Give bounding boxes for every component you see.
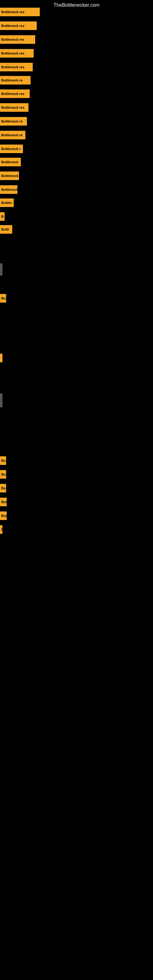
bar-item-24: Bo (0, 484, 6, 492)
bar-label-4: Bottleneck res (0, 49, 33, 57)
bar-label-21 (0, 393, 2, 407)
bar-item-18 (0, 263, 0, 275)
bar-label-25: Bott (0, 498, 7, 506)
bar-label-9: Bottleneck re (0, 117, 27, 126)
bar-item-26: Bott (0, 511, 7, 520)
bar-label-11: Bottleneck r (0, 145, 23, 153)
bar-item-9: Bottleneck re (0, 117, 27, 126)
bar-label-19: Bo (0, 294, 6, 302)
bar-label-24: Bo (0, 484, 6, 492)
bar-item-10: Bottleneck re (0, 131, 26, 139)
bar-label-17: Bottl (0, 225, 12, 234)
bar-label-1: Bottleneck res (0, 8, 40, 16)
bar-item-20 (0, 354, 1, 362)
bar-item-17: Bottl (0, 225, 12, 234)
bar-item-4: Bottleneck res (0, 49, 33, 57)
bar-item-19: Bo (0, 294, 6, 302)
bar-item-8: Bottleneck res (0, 103, 29, 112)
bar-label-2: Bottleneck res (0, 21, 37, 30)
bar-label-8: Bottleneck res (0, 103, 29, 112)
bar-label-20 (0, 354, 2, 362)
bar-item-22: Bo (0, 456, 6, 465)
bar-label-12: Bottleneck (0, 158, 21, 166)
bar-label-6: Bottleneck re (0, 76, 30, 84)
bar-label-15: Bottler (0, 199, 14, 207)
bar-label-10: Bottleneck re (0, 131, 26, 139)
bar-item-7: Bottleneck res (0, 89, 30, 98)
bar-item-15: Bottler (0, 199, 14, 207)
bar-item-6: Bottleneck re (0, 76, 30, 84)
bar-item-1: Bottleneck res (0, 8, 40, 16)
bar-item-23: Bo (0, 470, 6, 479)
bar-item-2: Bottleneck res (0, 21, 37, 30)
bar-label-16: B (0, 212, 5, 221)
bar-label-26: Bott (0, 511, 7, 520)
bar-item-13: Bottleneck r (0, 172, 19, 180)
bar-label-18 (0, 263, 2, 275)
bar-item-27: B (0, 525, 2, 534)
bar-item-11: Bottleneck r (0, 145, 23, 153)
bar-label-22: Bo (0, 456, 6, 465)
bar-label-3: Bottleneck res (0, 35, 35, 44)
bar-label-23: Bo (0, 470, 6, 479)
bar-item-5: Bottleneck res (0, 63, 33, 72)
bar-item-14: Bottleneck (0, 185, 18, 194)
bar-label-13: Bottleneck r (0, 172, 19, 180)
bar-label-27: B (0, 525, 2, 534)
bar-item-3: Bottleneck res (0, 35, 35, 44)
bar-label-5: Bottleneck res (0, 63, 33, 72)
bar-label-7: Bottleneck res (0, 89, 30, 98)
bar-label-14: Bottleneck (0, 185, 18, 194)
bar-item-21 (0, 393, 0, 407)
bar-item-16: B (0, 212, 5, 221)
bar-item-25: Bott (0, 498, 7, 506)
bar-item-12: Bottleneck (0, 158, 21, 166)
